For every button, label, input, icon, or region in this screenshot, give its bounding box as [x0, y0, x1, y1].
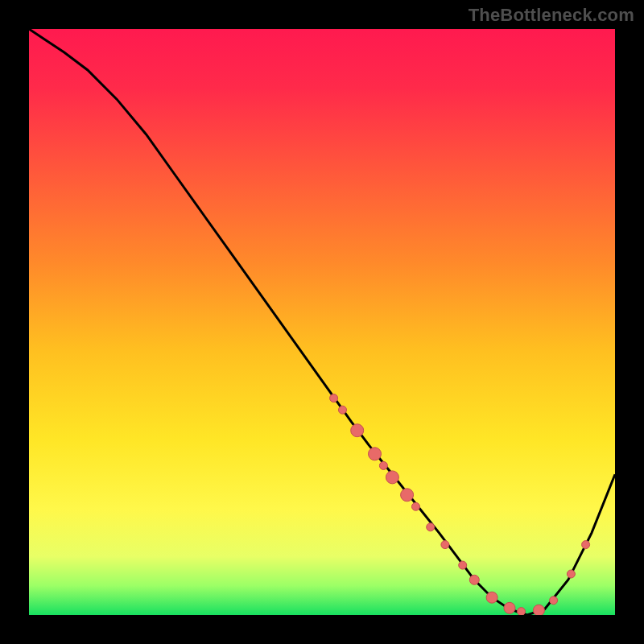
data-marker — [504, 602, 515, 613]
data-marker — [550, 597, 558, 605]
data-marker — [441, 541, 449, 549]
data-marker — [401, 489, 414, 502]
data-marker — [412, 502, 420, 510]
plot-area — [29, 29, 615, 615]
data-marker — [469, 575, 479, 584]
data-marker — [486, 592, 497, 603]
data-marker — [351, 424, 364, 437]
data-marker — [369, 448, 382, 460]
data-marker — [330, 394, 338, 402]
data-marker — [567, 570, 575, 578]
data-marker — [427, 523, 435, 531]
data-marker — [386, 471, 398, 484]
data-marker — [339, 406, 347, 414]
data-marker — [533, 605, 544, 615]
bottleneck-curve — [29, 29, 615, 615]
data-marker — [582, 541, 590, 549]
watermark-label: TheBottleneck.com — [469, 5, 634, 26]
data-marker — [459, 561, 467, 569]
data-marker — [379, 461, 387, 469]
chart-container: TheBottleneck.com — [0, 0, 644, 644]
data-marker — [518, 608, 526, 615]
